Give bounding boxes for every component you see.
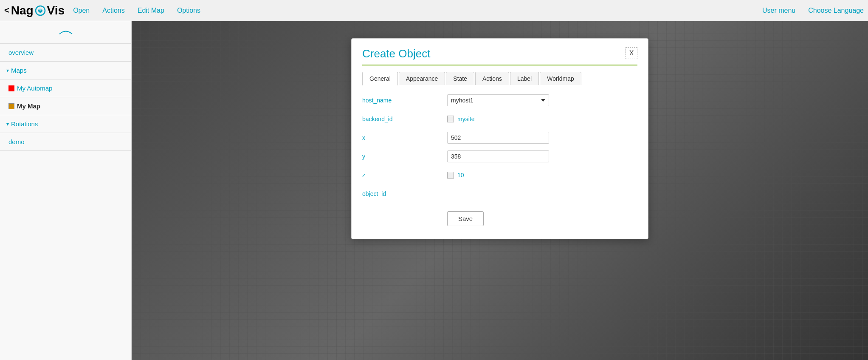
tab-label[interactable]: Label — [510, 72, 539, 85]
mymap-label: My Map — [17, 102, 40, 110]
mymap-icon — [8, 103, 14, 109]
tab-actions[interactable]: Actions — [475, 72, 509, 85]
main-content: Create Object X General Appearance State… — [132, 21, 868, 360]
svg-point-2 — [39, 8, 42, 11]
tab-general[interactable]: General — [362, 72, 398, 85]
control-y — [447, 150, 637, 162]
logo-nag: Nag — [11, 4, 34, 17]
logo-back-arrow: < — [4, 6, 9, 15]
rotations-arrow-icon: ▾ — [6, 121, 9, 127]
y-input[interactable] — [447, 150, 549, 162]
form-body: host_name myhost1 backend_id mysite — [362, 94, 637, 226]
z-value: 10 — [457, 172, 464, 179]
backendid-value: mysite — [457, 116, 474, 122]
label-objectid: object_id — [362, 190, 447, 197]
form-row-objectid: object_id — [362, 187, 637, 201]
dialog-overlay: Create Object X General Appearance State… — [132, 21, 868, 360]
nav-actions[interactable]: Actions — [102, 7, 124, 14]
control-hostname: myhost1 — [447, 94, 637, 106]
control-x — [447, 132, 637, 144]
form-row-z: z 10 — [362, 168, 637, 182]
sidebar-section-maps[interactable]: ▾ Maps — [0, 63, 131, 77]
sidebar-top-icon — [55, 28, 76, 36]
sidebar-section-rotations[interactable]: ▾ Rotations — [0, 117, 131, 131]
create-object-dialog: Create Object X General Appearance State… — [351, 38, 648, 239]
nav-open[interactable]: Open — [73, 7, 90, 14]
form-row-y: y — [362, 150, 637, 163]
tab-worldmap[interactable]: Worldmap — [540, 72, 581, 85]
sidebar-item-automap[interactable]: My Automap — [0, 81, 131, 95]
maps-arrow-icon: ▾ — [6, 68, 9, 74]
sidebar-maps-label: Maps — [11, 67, 27, 74]
hostname-select[interactable]: myhost1 — [447, 94, 549, 106]
form-row-x: x — [362, 131, 637, 145]
sidebar-item-demo[interactable]: demo — [0, 135, 131, 149]
tab-appearance[interactable]: Appearance — [399, 72, 445, 85]
form-actions: Save — [362, 207, 637, 226]
control-z: 10 — [447, 172, 637, 179]
dialog-header: Create Object X — [362, 47, 637, 65]
automap-icon — [8, 85, 14, 91]
nav-right: User menu Choose Language — [762, 7, 864, 14]
label-x: x — [362, 134, 447, 141]
sidebar-item-mymap[interactable]: My Map — [0, 99, 131, 113]
tabs-container: General Appearance State Actions Label W… — [362, 72, 637, 85]
dialog-close-button[interactable]: X — [626, 47, 637, 59]
logo[interactable]: < Nag Vis — [4, 4, 65, 17]
label-backendid: backend_id — [362, 116, 447, 122]
save-button[interactable]: Save — [447, 211, 484, 226]
label-hostname: host_name — [362, 97, 447, 104]
sidebar-rotations-label: Rotations — [11, 120, 38, 128]
navbar: < Nag Vis Open Actions Edit Map Options … — [0, 0, 868, 21]
nav-choose-language[interactable]: Choose Language — [808, 7, 864, 14]
nav-edit-map[interactable]: Edit Map — [138, 7, 164, 14]
form-row-backendid: backend_id mysite — [362, 112, 637, 126]
automap-label: My Automap — [17, 85, 52, 92]
label-y: y — [362, 153, 447, 160]
dialog-title: Create Object — [362, 47, 430, 60]
form-row-hostname: host_name myhost1 — [362, 94, 637, 107]
sidebar: overview ▾ Maps My Automap My Map ▾ Rota… — [0, 21, 132, 360]
sidebar-item-overview[interactable]: overview — [0, 45, 131, 60]
nav-options[interactable]: Options — [177, 7, 200, 14]
control-backendid: mysite — [447, 116, 637, 122]
logo-eye-icon — [34, 5, 46, 17]
label-z: z — [362, 172, 447, 179]
nav-user-menu[interactable]: User menu — [762, 7, 795, 14]
logo-vis: Vis — [47, 4, 65, 17]
z-checkbox[interactable] — [447, 172, 454, 179]
x-input[interactable] — [447, 132, 549, 144]
backendid-checkbox[interactable] — [447, 116, 454, 122]
nav-menu: Open Actions Edit Map Options — [73, 7, 762, 14]
tab-state[interactable]: State — [446, 72, 474, 85]
